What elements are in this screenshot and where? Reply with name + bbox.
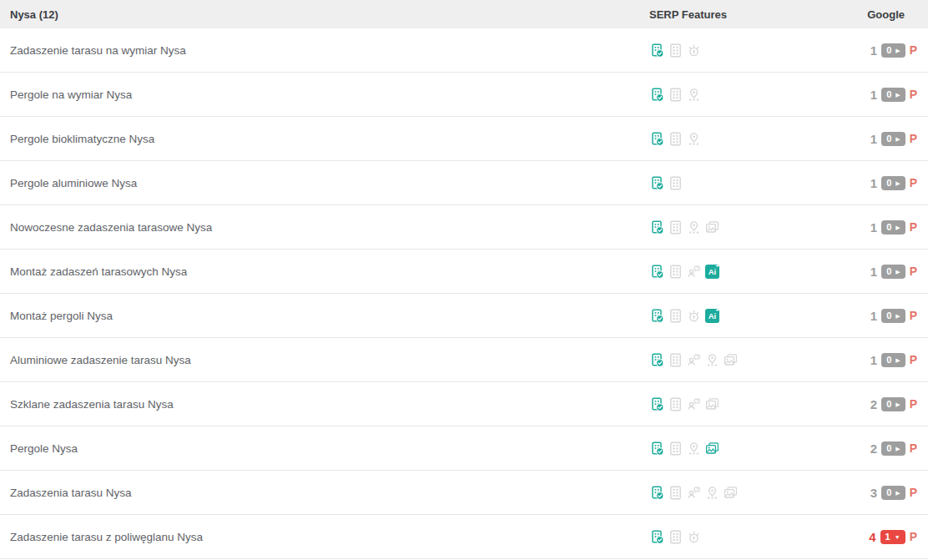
rank-change-badge[interactable]: 0 ▶ [881, 132, 905, 146]
rank-position: 1 [869, 132, 877, 146]
keyword-label[interactable]: Aluminiowe zadaszenie tarasu Nysa [10, 354, 191, 366]
grid-icon [668, 486, 683, 500]
pin-indicator[interactable]: P [910, 265, 917, 278]
serp-features: Ai+ [650, 309, 719, 323]
table-row[interactable]: Zadaszenia tarasu Nysa ? 3 0 ▶ P [0, 471, 928, 515]
keyword-group-header[interactable]: Nysa (12) [10, 8, 58, 21]
grid-icon [668, 441, 683, 456]
rank-change-value: 0 [886, 488, 891, 497]
keyword-label[interactable]: Zadaszenie tarasu na wymiar Nysa [10, 44, 186, 57]
rank-position: 2 [869, 397, 877, 411]
trend-arrow-icon: ▼ [895, 534, 900, 540]
building-check-icon [650, 265, 664, 279]
map-pin-icon [687, 220, 701, 235]
keyword-label[interactable]: Pergole na wymiar Nysa [10, 88, 132, 101]
google-rank: 2 0 ▶ P [869, 397, 917, 411]
trend-arrow-icon: ▶ [895, 225, 900, 230]
google-rank: 1 0 ▶ P [869, 309, 917, 323]
grid-icon [668, 43, 683, 58]
pin-indicator[interactable]: P [910, 530, 917, 543]
pin-indicator[interactable]: P [910, 397, 917, 411]
table-row[interactable]: Pergole na wymiar Nysa 1 0 ▶ P [0, 73, 928, 117]
rank-change-value: 0 [886, 223, 891, 232]
pin-indicator[interactable]: P [910, 309, 917, 322]
building-check-icon [650, 132, 664, 146]
pin-indicator[interactable]: P [910, 176, 917, 189]
image-icon [724, 486, 738, 500]
table-row[interactable]: Pergole aluminiowe Nysa 1 0 ▶ P [0, 161, 928, 205]
pin-indicator[interactable]: P [910, 220, 917, 234]
table-row[interactable]: Pergole Nysa 2 0 ▶ P [0, 426, 928, 471]
pin-indicator[interactable]: P [910, 43, 917, 57]
keyword-label[interactable]: Pergole aluminiowe Nysa [10, 177, 137, 189]
rank-change-badge[interactable]: 0 ▶ [881, 176, 905, 190]
image-icon [705, 220, 719, 235]
lightbulb-icon [687, 530, 701, 544]
grid-icon [668, 397, 683, 411]
keyword-label[interactable]: Szklane zadaszenia tarasu Nysa [10, 398, 174, 411]
rank-change-value: 0 [886, 444, 891, 453]
trend-arrow-icon: ▶ [895, 446, 900, 452]
svg-text:?: ? [696, 399, 699, 403]
keyword-label[interactable]: Nowoczesne zadaszenia tarasowe Nysa [10, 221, 212, 234]
lightbulb-icon [687, 43, 701, 58]
building-check-icon [650, 530, 664, 544]
serp-features [650, 530, 701, 544]
google-rank: 3 0 ▶ P [869, 486, 917, 500]
serp-features [650, 441, 719, 456]
rank-change-badge[interactable]: 0 ▶ [881, 220, 905, 235]
serp-features: ? [650, 397, 719, 411]
rank-change-badge[interactable]: 0 ▶ [881, 353, 905, 367]
rank-change-value: 0 [886, 46, 891, 55]
keyword-label[interactable]: Pergole Nysa [10, 442, 78, 455]
table-row[interactable]: Montaż pergoli Nysa Ai+ 1 0 ▶ P [0, 294, 928, 338]
rank-position: 2 [869, 441, 877, 456]
rank-change-badge[interactable]: 0 ▶ [881, 397, 905, 411]
keyword-label[interactable]: Montaż zadaszeń tarasowych Nysa [10, 265, 187, 278]
keyword-label[interactable]: Pergole bioklimatyczne Nysa [10, 133, 154, 145]
svg-text:?: ? [696, 355, 699, 359]
keyword-label[interactable]: Zadaszenie tarasu z poliwęglanu Nysa [10, 531, 203, 543]
keyword-label[interactable]: Montaż pergoli Nysa [10, 310, 113, 322]
rank-change-value: 0 [886, 179, 891, 188]
table-row[interactable]: Montaż zadaszeń tarasowych Nysa ?Ai+ 1 0… [0, 250, 928, 294]
trend-arrow-icon: ▶ [895, 180, 900, 186]
table-row[interactable]: Pergole bioklimatyczne Nysa 1 0 ▶ P [0, 117, 928, 161]
pin-indicator[interactable]: P [910, 132, 917, 145]
serp-features: ? [650, 353, 738, 367]
map-pin-icon [687, 441, 701, 456]
person-question-icon: ? [687, 265, 701, 279]
rank-change-badge[interactable]: 1 ▼ [880, 530, 905, 544]
google-rank: 1 0 ▶ P [869, 265, 917, 279]
map-pin-icon [705, 353, 719, 367]
table-row[interactable]: Aluminiowe zadaszenie tarasu Nysa ? 1 0 … [0, 338, 928, 382]
building-check-icon [650, 353, 664, 367]
table-row[interactable]: Szklane zadaszenia tarasu Nysa ? 2 0 ▶ P [0, 382, 928, 426]
serp-features: ? [650, 486, 738, 500]
rank-change-badge[interactable]: 0 ▶ [881, 265, 905, 279]
rank-change-badge[interactable]: 0 ▶ [881, 43, 905, 58]
table-row[interactable]: Zadaszenie tarasu z poliwęglanu Nysa 4 1… [0, 515, 928, 559]
keyword-label[interactable]: Zadaszenia tarasu Nysa [10, 487, 132, 499]
google-rank: 1 0 ▶ P [869, 88, 917, 102]
lightbulb-icon [687, 309, 701, 323]
pin-indicator[interactable]: P [910, 441, 917, 455]
rank-change-badge[interactable]: 0 ▶ [881, 486, 905, 500]
pin-indicator[interactable]: P [910, 486, 917, 499]
table-row[interactable]: Nowoczesne zadaszenia tarasowe Nysa 1 0 … [0, 205, 928, 250]
pin-indicator[interactable]: P [910, 353, 917, 366]
building-check-icon [650, 43, 664, 58]
google-header: Google [867, 8, 905, 21]
table-row[interactable]: Zadaszenie tarasu na wymiar Nysa 1 0 ▶ P [0, 28, 928, 73]
rank-change-badge[interactable]: 0 ▶ [881, 309, 905, 323]
rank-change-badge[interactable]: 0 ▶ [881, 441, 905, 456]
rank-position: 1 [869, 88, 877, 102]
grid-icon [668, 309, 683, 323]
person-question-icon: ? [687, 486, 701, 500]
serp-features [650, 132, 701, 146]
map-pin-icon [687, 132, 701, 146]
rank-change-badge[interactable]: 0 ▶ [881, 88, 905, 102]
svg-text:?: ? [696, 266, 699, 270]
pin-indicator[interactable]: P [910, 88, 917, 101]
rank-position: 1 [869, 176, 877, 190]
